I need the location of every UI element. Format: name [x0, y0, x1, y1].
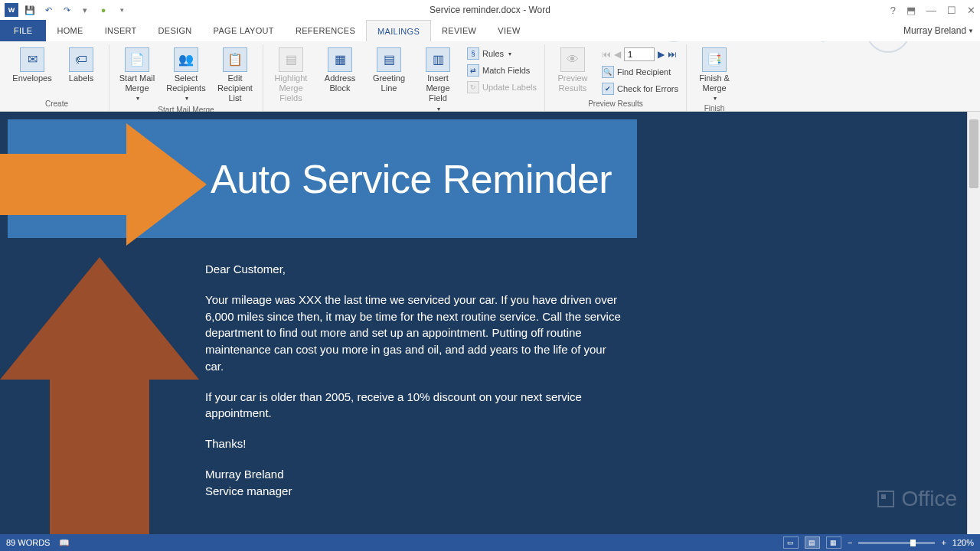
close-icon[interactable]: ✕ — [967, 5, 975, 16]
tab-file[interactable]: FILE — [0, 20, 46, 41]
vertical-scrollbar[interactable] — [967, 112, 980, 534]
minimize-icon[interactable]: ― — [926, 5, 936, 16]
print-layout-button[interactable]: ▤ — [805, 536, 820, 549]
find-recipient-button[interactable]: 🔍Find Recipient — [599, 64, 681, 80]
finish-merge-button[interactable]: 📑Finish & Merge▾ — [691, 44, 737, 103]
rules-icon: § — [467, 47, 479, 60]
next-record-icon[interactable]: ▶ — [658, 49, 665, 60]
ribbon-tabs: FILE HOME INSERT DESIGN PAGE LAYOUT REFE… — [0, 20, 980, 41]
record-number-input[interactable] — [624, 47, 655, 61]
tab-references[interactable]: REFERENCES — [285, 20, 366, 41]
address-block-button[interactable]: ▦Address Block — [317, 44, 363, 93]
redo-icon[interactable]: ↷ — [60, 3, 74, 17]
chevron-down-icon: ▾ — [136, 95, 139, 103]
tab-review[interactable]: REVIEW — [431, 20, 487, 41]
touch-mode-icon[interactable]: ● — [96, 3, 110, 17]
greeting-icon: ▤ — [377, 47, 401, 72]
save-icon[interactable]: 💾 — [23, 3, 37, 17]
greeting-line: Dear Customer, — [205, 261, 622, 278]
recipients-icon: 👥 — [174, 47, 198, 72]
prev-record-icon: ◀ — [614, 49, 621, 60]
tab-insert[interactable]: INSERT — [94, 20, 148, 41]
match-icon: ⇄ — [467, 64, 479, 77]
document-title: Service reminder.docx - Word — [430, 5, 550, 15]
chevron-down-icon: ▾ — [185, 95, 188, 103]
svg-marker-5 — [0, 257, 199, 534]
zoom-out-button[interactable]: − — [848, 538, 852, 547]
check-errors-button[interactable]: ✔Check for Errors — [599, 81, 681, 96]
zoom-slider[interactable] — [858, 542, 935, 544]
maximize-icon[interactable]: ☐ — [947, 5, 956, 16]
group-label-preview: Preview Results — [588, 98, 643, 111]
highlight-merge-fields-button: ▤Highlight Merge Fields — [268, 44, 314, 104]
page: Auto Service Reminder Dear Customer, You… — [0, 112, 980, 534]
qat-customize-icon[interactable]: ▾ — [78, 3, 92, 17]
start-mail-merge-button[interactable]: 📄Start Mail Merge▾ — [114, 44, 160, 103]
proofing-icon[interactable]: 📖 — [59, 538, 70, 548]
signature-title: Service manager — [205, 484, 292, 497]
preview-icon: 👁 — [560, 47, 585, 72]
body-paragraph-1: Your mileage was XXX the last time we se… — [205, 292, 622, 375]
group-preview-results: 👁Preview Results ⏮ ◀ ▶ ⏭ 🔍Find Recipient… — [545, 44, 687, 111]
rules-button[interactable]: §Rules▾ — [464, 46, 540, 61]
tab-page-layout[interactable]: PAGE LAYOUT — [203, 20, 285, 41]
svg-marker-4 — [0, 123, 207, 246]
start-merge-icon: 📄 — [125, 47, 149, 72]
word-count[interactable]: 89 WORDS — [6, 538, 50, 547]
user-account[interactable]: Murray Breland▼ — [903, 20, 974, 41]
qat-more-icon[interactable]: ▾ — [115, 3, 129, 17]
group-start-mail-merge: 📄Start Mail Merge▾ 👥Select Recipients▾ 📋… — [109, 44, 263, 111]
orange-arrow-right-graphic — [0, 116, 211, 253]
zoom-in-button[interactable]: + — [941, 538, 946, 547]
user-name-label: Murray Breland — [903, 25, 966, 36]
group-finish: 📑Finish & Merge▾ Finish — [687, 44, 742, 111]
address-icon: ▦ — [328, 47, 352, 72]
insert-merge-field-button[interactable]: ▥Insert Merge Field▾ — [415, 44, 461, 112]
group-label-create: Create — [45, 98, 68, 111]
labels-button[interactable]: 🏷Labels — [58, 44, 104, 83]
edit-recipient-list-button[interactable]: 📋Edit Recipient List — [212, 44, 258, 104]
chevron-down-icon: ▾ — [508, 51, 511, 57]
document-body[interactable]: Dear Customer, Your mileage was XXX the … — [205, 261, 622, 513]
highlight-icon: ▤ — [279, 47, 303, 72]
tab-mailings[interactable]: MAILINGS — [366, 20, 431, 41]
scrollbar-thumb[interactable] — [969, 119, 978, 188]
chevron-down-icon: ▾ — [714, 95, 717, 103]
body-paragraph-2: If your car is older than 2005, receive … — [205, 389, 622, 422]
match-fields-button[interactable]: ⇄Match Fields — [464, 63, 540, 78]
help-icon[interactable]: ? — [890, 5, 896, 16]
record-navigation: ⏮ ◀ ▶ ⏭ — [599, 46, 681, 63]
office-watermark: Office — [875, 487, 957, 511]
word-app-icon[interactable]: W — [5, 3, 18, 17]
merge-field-icon: ▥ — [426, 47, 450, 72]
undo-icon[interactable]: ↶ — [41, 3, 55, 17]
envelope-icon: ✉ — [20, 47, 44, 72]
zoom-slider-knob[interactable] — [910, 540, 916, 546]
document-canvas[interactable]: Auto Service Reminder Dear Customer, You… — [0, 112, 980, 534]
window-controls: ? ⬒ ― ☐ ✕ — [890, 5, 975, 16]
svg-rect-6 — [878, 491, 893, 507]
brown-arrow-up-graphic — [0, 257, 199, 534]
quick-access-toolbar: W 💾 ↶ ↷ ▾ ● ▾ — [0, 3, 129, 17]
read-mode-button[interactable]: ▭ — [783, 536, 799, 549]
chevron-down-icon: ▼ — [968, 28, 974, 34]
tab-view[interactable]: VIEW — [487, 20, 531, 41]
find-icon: 🔍 — [602, 66, 614, 78]
tab-design[interactable]: DESIGN — [148, 20, 203, 41]
svg-rect-7 — [881, 494, 886, 499]
last-record-icon[interactable]: ⏭ — [668, 49, 677, 60]
signature-block: Murray Breland Service manager — [205, 466, 622, 500]
web-layout-button[interactable]: ▦ — [826, 536, 841, 549]
update-icon: ↻ — [467, 81, 479, 93]
select-recipients-button[interactable]: 👥Select Recipients▾ — [163, 44, 209, 103]
update-labels-button: ↻Update Labels — [464, 80, 540, 95]
envelopes-button[interactable]: ✉Envelopes — [9, 44, 55, 83]
zoom-level[interactable]: 120% — [952, 538, 974, 547]
greeting-line-button[interactable]: ▤Greeting Line — [366, 44, 412, 93]
ribbon-display-icon[interactable]: ⬒ — [906, 5, 916, 16]
tab-home[interactable]: HOME — [46, 20, 93, 41]
labels-icon: 🏷 — [69, 47, 93, 72]
group-create: ✉Envelopes 🏷Labels Create — [5, 44, 109, 111]
finish-icon: 📑 — [702, 47, 727, 72]
status-bar: 89 WORDS 📖 ▭ ▤ ▦ − + 120% — [0, 534, 980, 551]
